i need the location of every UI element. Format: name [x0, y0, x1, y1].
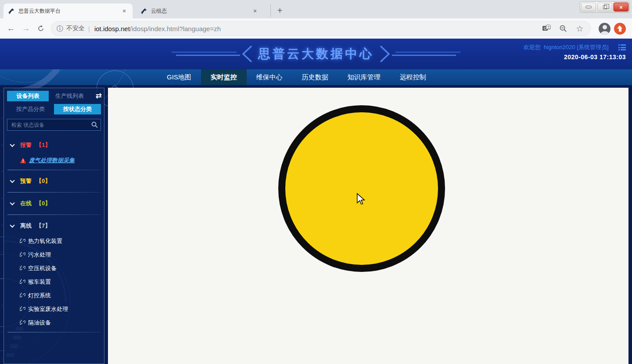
scada-circle-element[interactable]: [278, 105, 445, 272]
menu-list-icon[interactable]: [618, 44, 626, 50]
datetime-display: 2020-06-03 17:13:03: [564, 54, 626, 61]
divider: [7, 332, 101, 332]
translate-icon[interactable]: G文: [541, 23, 552, 34]
minimize-button[interactable]: [581, 3, 596, 11]
unlink-icon: [20, 265, 25, 271]
swap-icon[interactable]: ⇄: [96, 91, 102, 100]
divider: |: [88, 25, 90, 32]
info-icon[interactable]: ⓘ: [57, 25, 63, 33]
address-bar[interactable]: ⓘ 不安全 | iot.idosp.net /idosp/index.html?…: [51, 21, 591, 36]
tab-title: 思普云大数据平台: [18, 7, 120, 15]
main-area: 设备列表 生产线列表 ⇄ 按产品分类 按状态分类 报警 【1】: [0, 85, 632, 364]
offline-device-item[interactable]: 猴车装置: [4, 275, 104, 289]
offline-device-item[interactable]: 实验室废水处理: [4, 302, 104, 316]
group-count: 【0】: [36, 200, 50, 207]
tab-by-product[interactable]: 按产品分类: [7, 104, 54, 114]
chevron-down-icon: [10, 223, 14, 228]
title-right-decoration: [379, 45, 460, 63]
tree-group-offline[interactable]: 离线 【7】: [4, 218, 104, 234]
bookmark-star-icon[interactable]: ☆: [575, 23, 585, 34]
reload-icon: [37, 25, 45, 32]
group-count: 【1】: [36, 141, 50, 149]
security-label: 不安全: [66, 25, 85, 32]
divider: [7, 170, 101, 170]
browser-tab-strip: 思普云大数据平台 × 云组态 × + ×: [0, 0, 632, 18]
nav-item-history-data[interactable]: 历史数据: [292, 69, 338, 85]
tree-group-online[interactable]: 在线 【0】: [4, 195, 104, 212]
offline-device-item[interactable]: 污水处理: [4, 248, 104, 261]
browser-tab-active[interactable]: 思普云大数据平台 ×: [4, 4, 133, 18]
new-tab-button[interactable]: +: [270, 4, 283, 17]
scada-canvas[interactable]: [108, 88, 628, 364]
browser-tab-inactive[interactable]: 云组态 ×: [136, 4, 263, 18]
tab-by-status[interactable]: 按状态分类: [54, 104, 101, 114]
browser-toolbar: ← → ⓘ 不安全 | iot.idosp.net /idosp/index.h…: [0, 18, 632, 39]
nav-item-maintenance-center[interactable]: 维保中心: [247, 69, 292, 85]
minimize-icon: [585, 6, 592, 8]
tab-device-list[interactable]: 设备列表: [7, 91, 49, 101]
search-input[interactable]: [7, 119, 101, 131]
unlink-icon: [20, 293, 25, 298]
divider: [7, 214, 101, 215]
zoom-out-icon[interactable]: [558, 23, 568, 34]
profile-avatar[interactable]: [599, 23, 610, 35]
title-left-decoration: [172, 45, 253, 63]
chevron-down-icon: [10, 178, 14, 183]
site-favicon-icon: [140, 7, 147, 14]
site-favicon-icon: [8, 7, 15, 14]
restore-icon: [603, 5, 607, 9]
chevron-down-icon: [10, 142, 14, 147]
search-icon[interactable]: [91, 121, 98, 128]
nav-item-remote-control[interactable]: 远程控制: [390, 69, 436, 85]
tab-title: 云组态: [151, 7, 251, 15]
nav-item-knowledge-base[interactable]: 知识库管理: [338, 69, 390, 85]
nav-item-realtime-monitor[interactable]: 实时监控: [201, 69, 247, 85]
username: hignton2020: [544, 44, 575, 50]
tree-group-alarm[interactable]: 报警 【1】: [4, 137, 104, 153]
back-button[interactable]: ←: [4, 21, 18, 36]
window-controls: ×: [580, 1, 630, 13]
offline-device-item[interactable]: 热力氧化装置: [4, 234, 104, 248]
group-count: 【0】: [36, 177, 50, 185]
close-button[interactable]: ×: [614, 3, 628, 11]
alarm-device-item[interactable]: 废气处理数据采集: [4, 153, 104, 167]
unlink-icon: [20, 306, 25, 312]
device-sidebar: 设备列表 生产线列表 ⇄ 按产品分类 按状态分类 报警 【1】: [4, 88, 104, 364]
unlink-icon: [20, 252, 25, 257]
restore-button[interactable]: [597, 3, 612, 11]
group-count: 【7】: [36, 222, 50, 230]
main-nav: GIS地图 实时监控 维保中心 历史数据 知识库管理 远程控制: [0, 69, 632, 85]
offline-device-item[interactable]: 灯控系统: [4, 289, 104, 302]
offline-device-item[interactable]: 隔油设备: [4, 316, 104, 329]
mouse-cursor: [356, 193, 366, 204]
divider: [7, 192, 101, 193]
unlink-icon: [20, 279, 25, 285]
svg-text:文: 文: [547, 25, 550, 29]
user-role: [系统管理员]: [577, 44, 608, 50]
welcome-text: 欢迎您 hignton2020 [系统管理员]: [524, 43, 609, 51]
nav-item-gis-map[interactable]: GIS地图: [157, 69, 201, 85]
offline-device-item[interactable]: 空压机设备: [4, 261, 104, 275]
reload-button[interactable]: [33, 21, 48, 36]
browser-update-icon[interactable]: [614, 23, 626, 35]
tree-group-warning[interactable]: 预警 【0】: [4, 173, 104, 189]
tab-production-line-list[interactable]: 生产线列表: [49, 91, 90, 101]
page-title: 思普云大数据中心: [258, 46, 374, 62]
url-host: iot.idosp.net: [94, 25, 130, 32]
tab-close-icon[interactable]: ×: [251, 7, 259, 15]
unlink-icon: [20, 320, 25, 325]
chevron-down-icon: [10, 200, 14, 205]
url-path: /idosp/index.html?language=zh: [130, 25, 221, 32]
tab-close-icon[interactable]: ×: [120, 7, 128, 15]
alarm-warning-icon: [20, 157, 26, 164]
forward-button[interactable]: →: [18, 21, 33, 36]
unlink-icon: [20, 238, 25, 244]
app-page: 思普云大数据中心 欢迎您 hignton2020 [系统管理员] 2020-06…: [0, 39, 632, 364]
device-status-tree: 报警 【1】 废气处理数据采集 预警 【0】 在线 【0】: [4, 137, 104, 332]
app-header: 思普云大数据中心 欢迎您 hignton2020 [系统管理员] 2020-06…: [0, 39, 632, 69]
